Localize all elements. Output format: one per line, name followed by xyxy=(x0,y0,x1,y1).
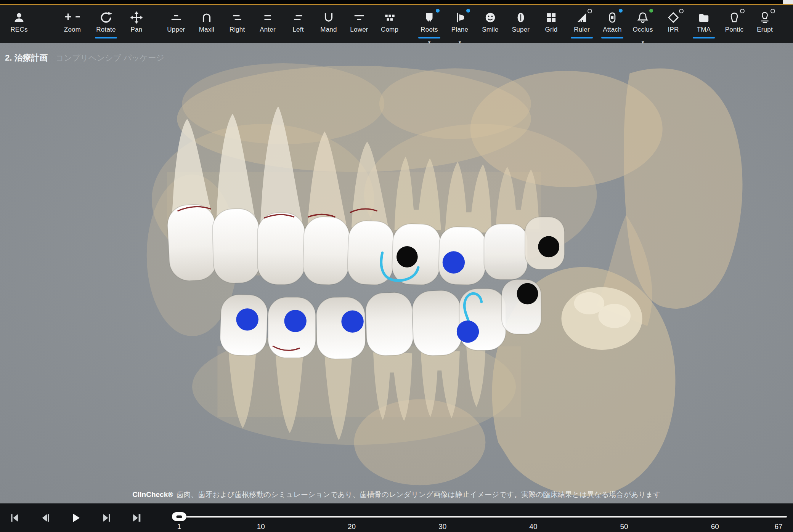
zoom-icon xyxy=(63,10,82,25)
package-label: コンプリヘンシブ パッケージ xyxy=(56,53,164,62)
skip-to-start-button[interactable] xyxy=(5,508,24,528)
toolbar-item-maxil[interactable]: Maxil xyxy=(191,5,222,43)
toolbar-item-occlus[interactable]: Occlus▾ xyxy=(628,5,658,43)
clincheck-app: RECsZoomRotatePanUpperMaxilRightAnterLef… xyxy=(0,0,793,532)
toolbar-item-anter[interactable]: Anter xyxy=(252,5,283,43)
playback-bar: 110203040506067 xyxy=(0,503,793,532)
toolbar-item-pontic[interactable]: Pontic xyxy=(719,5,750,43)
timeline-slide-layer: 110203040506067 xyxy=(179,503,779,532)
stage-tick-67: 67 xyxy=(774,522,782,531)
active-underline xyxy=(418,37,440,38)
window-edge-artifact xyxy=(783,0,793,4)
toolbar-item-plane[interactable]: Plane▾ xyxy=(445,5,475,43)
skip-to-end-button[interactable] xyxy=(127,508,146,528)
toolbar-item-label: Upper xyxy=(167,26,185,34)
status-dot-hollow xyxy=(679,9,684,13)
toolbar-item-tma[interactable]: TMA xyxy=(689,5,719,43)
disclaimer: ClinCheck®歯肉、歯牙および歯根移動のシミュレーションであり、歯槽骨のレ… xyxy=(0,490,793,500)
toolbar-item-label: Zoom xyxy=(64,26,81,34)
blue-attachment-marker[interactable] xyxy=(236,308,258,330)
plane-icon xyxy=(453,10,466,25)
window-top-strip xyxy=(0,0,793,5)
toolbar-item-label: Rotate xyxy=(96,26,116,34)
right-view-icon xyxy=(231,10,244,25)
stage-timeline: 110203040506067 xyxy=(175,503,787,532)
toolbar-item-label: Mand xyxy=(320,26,337,34)
toolbar-item-label: Pan xyxy=(131,26,143,34)
stage-tick-50: 50 xyxy=(620,522,628,531)
toolbar-item-left[interactable]: Left xyxy=(283,5,313,43)
black-attachment-marker[interactable] xyxy=(517,283,538,304)
toolbar-item-label: Roots xyxy=(421,26,438,34)
toolbar-item-attach[interactable]: Attach xyxy=(597,5,628,43)
grid-icon xyxy=(545,10,558,25)
toolbar-item-label: Plane xyxy=(451,26,468,34)
toolbar-item-label: Lower xyxy=(350,26,368,34)
toolbar-item-lower[interactable]: Lower xyxy=(344,5,374,43)
rotate-icon xyxy=(99,10,113,25)
toolbar-item-ruler[interactable]: Ruler xyxy=(567,5,597,43)
mandible-arch-icon xyxy=(322,10,335,25)
erupt-icon xyxy=(758,10,771,25)
toolbar-item-mand[interactable]: Mand xyxy=(313,5,344,43)
toolbar-item-label: Occlus xyxy=(632,26,653,34)
toolbar-item-rotate[interactable]: Rotate xyxy=(91,5,121,43)
step-backward-button[interactable] xyxy=(35,508,55,528)
toolbar-item-label: Erupt xyxy=(757,26,773,34)
disclaimer-text: 歯肉、歯牙および歯根移動のシミュレーションであり、歯槽骨のレンダリング画像は静止… xyxy=(176,490,660,498)
status-dot-hollow xyxy=(588,9,592,13)
status-dot-blue xyxy=(436,9,440,13)
toolbar-item-pan[interactable]: Pan xyxy=(121,5,152,43)
treatment-plan-label: 2. 治療計画 xyxy=(5,53,48,62)
status-dot-blue xyxy=(466,9,470,13)
toolbar-item-smile[interactable]: Smile xyxy=(475,5,506,43)
toolbar-item-label: Left xyxy=(292,26,303,34)
toolbar-item-label: Pontic xyxy=(725,26,743,34)
toolbar-item-recs[interactable]: RECs xyxy=(4,5,34,43)
blue-attachment-marker[interactable] xyxy=(284,310,307,332)
toolbar-item-grid[interactable]: Grid xyxy=(536,5,567,43)
playback-controls xyxy=(5,508,146,528)
play-button[interactable] xyxy=(66,508,85,528)
active-underline xyxy=(571,37,593,38)
lower-view-icon xyxy=(353,10,366,25)
user-icon xyxy=(13,10,26,25)
blue-attachment-marker[interactable] xyxy=(457,320,479,343)
ipr-icon xyxy=(667,10,680,25)
blue-attachment-marker[interactable] xyxy=(443,251,465,273)
super-icon xyxy=(514,10,527,25)
left-view-icon xyxy=(292,10,305,25)
3d-viewer-canvas[interactable]: 2. 治療計画 コンプリヘンシブ パッケージ xyxy=(0,43,793,503)
black-attachment-marker[interactable] xyxy=(538,236,559,258)
toolbar-item-ipr[interactable]: IPR xyxy=(658,5,689,43)
stage-tick-10: 10 xyxy=(257,522,265,531)
stage-tick-20: 20 xyxy=(348,522,356,531)
dental-3d-model xyxy=(0,43,793,503)
toolbar-item-right[interactable]: Right xyxy=(222,5,252,43)
status-dot-hollow xyxy=(771,9,775,13)
toolbar-item-super[interactable]: Super xyxy=(506,5,536,43)
black-attachment-marker[interactable] xyxy=(396,246,418,268)
clincheck-brand: ClinCheck® xyxy=(132,490,173,498)
toolbar-item-comp[interactable]: Comp xyxy=(374,5,405,43)
blue-attachment-marker[interactable] xyxy=(341,310,363,332)
toolbar-item-label: Right xyxy=(230,26,245,34)
stage-slider-knob[interactable] xyxy=(172,512,186,521)
active-underline xyxy=(693,37,715,38)
step-forward-button[interactable] xyxy=(96,508,116,528)
chevron-down-icon: ▾ xyxy=(459,40,461,45)
toolbar-item-label: Super xyxy=(512,26,530,34)
roots-icon xyxy=(423,10,436,25)
toolbar-item-upper[interactable]: Upper xyxy=(161,5,191,43)
tma-icon xyxy=(697,10,710,25)
toolbar-item-zoom[interactable]: Zoom xyxy=(54,5,91,43)
stage-tick-1: 1 xyxy=(177,522,181,531)
toolbar-item-label: Ruler xyxy=(574,26,590,34)
toolbar-item-erupt[interactable]: Erupt xyxy=(750,5,780,43)
active-underline xyxy=(601,37,623,38)
upper-view-icon xyxy=(170,10,183,25)
toolbar-item-label: Comp xyxy=(381,26,398,34)
toolbar-item-label: Smile xyxy=(482,26,499,34)
toolbar-item-roots[interactable]: Roots▾ xyxy=(414,5,445,43)
stage-tick-30: 30 xyxy=(438,522,446,531)
